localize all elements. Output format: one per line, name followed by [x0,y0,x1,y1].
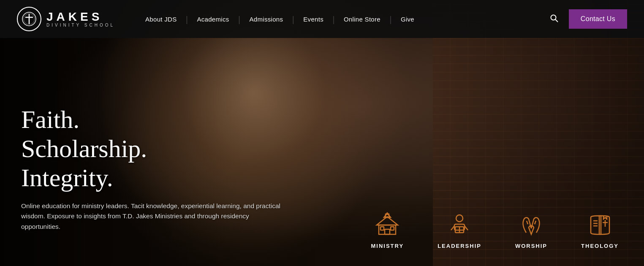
theology-icon [587,212,613,238]
hero-section: Faith. Scholarship. Integrity. Online ed… [0,0,644,266]
svg-point-28 [551,15,556,20]
logo-name-small: DIVINITY SCHOOL [46,23,115,27]
nav-right-actions: Contact Us [548,9,627,29]
icon-item-ministry[interactable]: MINISTRY [371,212,404,249]
svg-point-9 [456,215,463,222]
icon-item-leadership[interactable]: LEADERSHIP [437,212,481,249]
worship-icon [519,212,544,238]
svg-rect-7 [380,227,384,230]
icon-item-theology[interactable]: THEOLOGY [581,212,619,249]
theology-label: THEOLOGY [581,243,619,249]
nav-events[interactable]: Events [294,16,333,23]
svg-line-16 [535,221,536,224]
nav-academics[interactable]: Academics [187,16,238,23]
leadership-icon [447,212,472,238]
ministry-label: MINISTRY [371,243,404,249]
svg-rect-4 [385,229,390,234]
nav-online-store[interactable]: Online Store [334,16,390,23]
logo-text: JAKES DIVINITY SCHOOL [46,11,115,27]
search-button[interactable] [548,12,560,27]
headline-line2: Scholarship. [21,135,147,163]
main-nav: About JDS | Academics | Admissions | Eve… [136,14,548,24]
logo-circle [17,7,41,31]
logo-name-large: JAKES [46,11,115,23]
contact-us-button[interactable]: Contact Us [569,9,627,29]
hero-subtext: Online education for ministry leaders. T… [21,201,283,232]
logo-cross-icon [22,11,37,27]
leadership-label: LEADERSHIP [437,243,481,249]
svg-line-29 [555,19,558,22]
hero-headline: Faith. Scholarship. Integrity. [21,105,283,193]
svg-line-15 [527,221,528,224]
nav-about-jds[interactable]: About JDS [136,16,186,23]
headline-line1: Faith. [21,106,79,133]
ministry-icon [375,212,400,238]
site-logo[interactable]: JAKES DIVINITY SCHOOL [17,7,115,31]
hero-icons-row: MINISTRY LEADERSHIP [371,212,619,249]
headline-line3: Integrity. [21,164,113,192]
site-header: JAKES DIVINITY SCHOOL About JDS | Academ… [0,0,644,38]
icon-item-worship[interactable]: WORSHIP [515,212,547,249]
nav-give[interactable]: Give [391,16,424,23]
nav-admissions[interactable]: Admissions [240,16,293,23]
search-icon [550,14,558,22]
worship-label: WORSHIP [515,243,547,249]
svg-rect-8 [391,227,394,230]
hero-content: Faith. Scholarship. Integrity. Online ed… [21,105,283,232]
